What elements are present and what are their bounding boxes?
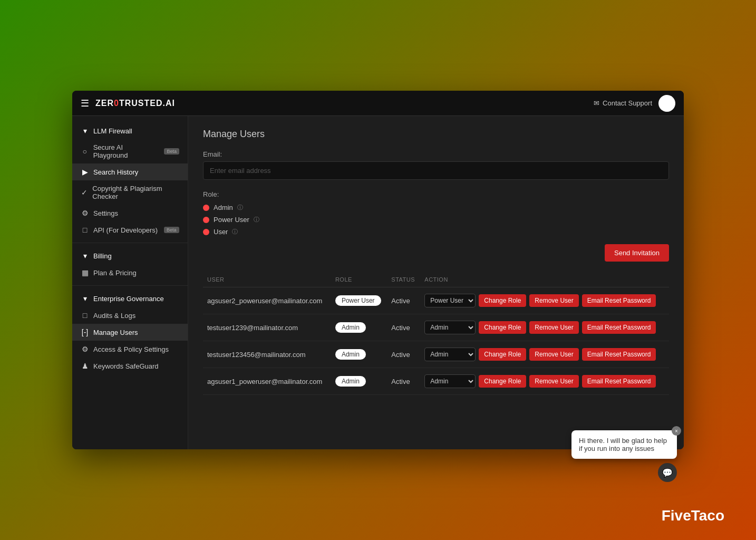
app-logo: ZER0TRUSTED.AI: [95, 99, 175, 108]
sidebar-item-api[interactable]: □ API (For Developers) Beta: [72, 221, 188, 238]
send-invitation-button[interactable]: Send Invitation: [605, 244, 669, 262]
role-option-user[interactable]: User ⓘ: [203, 228, 669, 236]
role-select[interactable]: AdminPower UserUser: [424, 348, 476, 361]
email-reset-password-button[interactable]: Email Reset Password: [582, 348, 656, 361]
main-layout: ▾ LLM Firewall ○ Secure AI Playground Be…: [72, 116, 684, 449]
role-badge: Power User: [335, 295, 381, 306]
change-role-button[interactable]: Change Role: [479, 375, 526, 388]
email-reset-password-button[interactable]: Email Reset Password: [582, 294, 656, 307]
sidebar-item-billing[interactable]: ▾ Billing: [72, 247, 188, 264]
change-role-button[interactable]: Change Role: [479, 294, 526, 307]
user-action-cell: Power UserAdminUserChange RoleRemove Use…: [420, 287, 669, 314]
beta-badge-api: Beta: [164, 227, 179, 233]
sidebar-divider-2: [72, 285, 188, 286]
sidebar-label-billing: Billing: [93, 252, 112, 260]
role-select[interactable]: AdminPower UserUser: [424, 321, 476, 334]
mail-icon: ✉: [594, 99, 599, 107]
info-icon-admin[interactable]: ⓘ: [237, 204, 243, 211]
user-email-cell: testuser123456@mailinator.com: [203, 341, 331, 368]
fivetaco-watermark: FiveTaco: [662, 507, 724, 524]
info-icon-user[interactable]: ⓘ: [232, 228, 238, 236]
user-role-cell: Admin: [331, 341, 387, 368]
sidebar-item-enterprise[interactable]: ▾ Enterprise Governance: [72, 290, 188, 307]
sidebar-label-enterprise: Enterprise Governance: [93, 295, 164, 303]
sidebar: ▾ LLM Firewall ○ Secure AI Playground Be…: [72, 116, 188, 449]
table-row: agsuser2_poweruser@mailinator.comPower U…: [203, 287, 669, 314]
action-group: AdminPower UserUserChange RoleRemove Use…: [424, 374, 665, 388]
email-reset-password-button[interactable]: Email Reset Password: [582, 321, 656, 334]
sidebar-item-copyright[interactable]: ✓ Copyright & Plagiarism Checker: [72, 180, 188, 205]
action-group: AdminPower UserUserChange RoleRemove Use…: [424, 321, 665, 334]
contact-support-label: Contact Support: [603, 99, 652, 107]
remove-user-button[interactable]: Remove User: [529, 294, 578, 307]
role-select[interactable]: Power UserAdminUser: [424, 294, 476, 307]
user-role-cell: Power User: [331, 287, 387, 314]
hamburger-icon[interactable]: ☰: [81, 98, 89, 109]
email-input[interactable]: [203, 161, 669, 180]
sidebar-item-plan-pricing[interactable]: ▦ Plan & Pricing: [72, 264, 188, 281]
sidebar-item-audits[interactable]: □ Audits & Logs: [72, 307, 188, 324]
change-role-button[interactable]: Change Role: [479, 321, 526, 334]
change-role-button[interactable]: Change Role: [479, 348, 526, 361]
user-status-cell: Active: [387, 287, 420, 314]
access-icon: ⚙: [81, 345, 89, 353]
sidebar-item-manage-users[interactable]: [-] Manage Users: [72, 324, 188, 341]
radio-power-user: [203, 217, 209, 223]
col-role: ROLE: [331, 272, 387, 287]
role-select[interactable]: AdminPower UserUser: [424, 374, 476, 388]
contact-support-link[interactable]: ✉ Contact Support: [594, 99, 652, 107]
chat-icon: 💬: [662, 468, 673, 478]
sidebar-item-search-history[interactable]: ▶ Search History: [72, 163, 188, 180]
sidebar-label-api: API (For Developers): [93, 226, 158, 234]
email-label: Email:: [203, 150, 669, 158]
col-status: STATUS: [387, 272, 420, 287]
top-bar-left: ☰ ZER0TRUSTED.AI: [81, 98, 175, 109]
action-group: Power UserAdminUserChange RoleRemove Use…: [424, 294, 665, 307]
check-icon: ✓: [81, 188, 88, 197]
sidebar-item-llm-firewall[interactable]: ▾ LLM Firewall: [72, 122, 188, 139]
user-action-cell: AdminPower UserUserChange RoleRemove Use…: [420, 341, 669, 368]
chevron-down-icon-enterprise: ▾: [81, 294, 89, 303]
role-badge: Admin: [335, 349, 366, 360]
sidebar-item-access-policy[interactable]: ⚙ Access & Policy Settings: [72, 341, 188, 358]
chat-popup-text: Hi there. I will be glad to help if you …: [579, 437, 667, 452]
sidebar-label-audits: Audits & Logs: [93, 312, 135, 320]
sidebar-label-search-history: Search History: [93, 168, 138, 176]
role-name-user: User: [214, 228, 228, 236]
content-area: Manage Users Email: Role: Admin ⓘ Power …: [188, 116, 684, 449]
role-option-power-user[interactable]: Power User ⓘ: [203, 216, 669, 224]
user-status-cell: Active: [387, 368, 420, 395]
sidebar-label-plan-pricing: Plan & Pricing: [93, 269, 137, 277]
sidebar-item-secure-ai-playground[interactable]: ○ Secure AI Playground Beta: [72, 139, 188, 163]
role-badge: Admin: [335, 376, 366, 387]
remove-user-button[interactable]: Remove User: [529, 321, 578, 334]
top-bar-right: ✉ Contact Support: [594, 95, 675, 112]
user-avatar[interactable]: [658, 95, 675, 112]
sidebar-section-llm: ▾ LLM Firewall ○ Secure AI Playground Be…: [72, 122, 188, 238]
remove-user-button[interactable]: Remove User: [529, 375, 578, 388]
sidebar-item-keywords[interactable]: ♟ Keywords SafeGuard: [72, 358, 188, 374]
user-email-cell: agsuser2_poweruser@mailinator.com: [203, 287, 331, 314]
email-reset-password-button[interactable]: Email Reset Password: [582, 375, 656, 388]
user-action-cell: AdminPower UserUserChange RoleRemove Use…: [420, 368, 669, 395]
sidebar-label-keywords: Keywords SafeGuard: [93, 362, 159, 370]
chat-close-button[interactable]: ×: [672, 426, 681, 436]
role-option-admin[interactable]: Admin ⓘ: [203, 204, 669, 211]
api-icon: □: [81, 226, 89, 234]
user-status-cell: Active: [387, 341, 420, 368]
users-table: USER ROLE STATUS ACTION agsuser2_powerus…: [203, 272, 669, 395]
sidebar-label-manage-users: Manage Users: [93, 329, 138, 336]
keywords-icon: ♟: [81, 362, 89, 370]
info-icon-power-user[interactable]: ⓘ: [254, 216, 259, 224]
user-action-cell: AdminPower UserUserChange RoleRemove Use…: [420, 314, 669, 341]
sidebar-item-settings[interactable]: ⚙ Settings: [72, 205, 188, 221]
gear-icon: ⚙: [81, 209, 89, 217]
remove-user-button[interactable]: Remove User: [529, 348, 578, 361]
role-label: Role:: [203, 190, 669, 198]
chat-icon-button[interactable]: 💬: [658, 463, 677, 482]
sidebar-label-settings: Settings: [93, 209, 118, 217]
sidebar-section-enterprise: ▾ Enterprise Governance □ Audits & Logs …: [72, 290, 188, 374]
role-name-admin: Admin: [214, 204, 233, 211]
sidebar-label-llm-firewall: LLM Firewall: [93, 127, 132, 135]
manage-users-icon: [-]: [81, 328, 89, 336]
